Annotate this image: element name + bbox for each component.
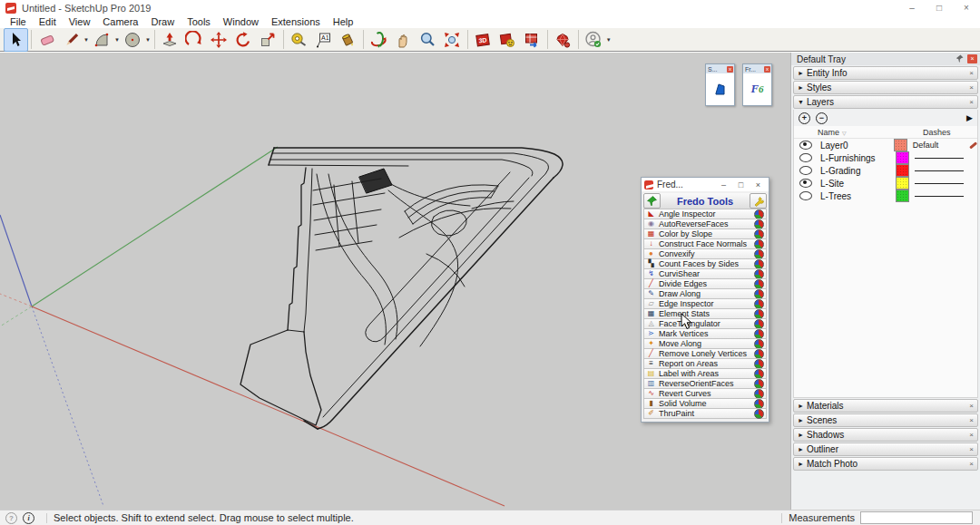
layers-column-headers[interactable]: Name▽ Dashes	[794, 126, 977, 139]
extension-warehouse-button[interactable]	[551, 28, 575, 52]
layer-row-l-site[interactable]: L-Site	[794, 177, 977, 190]
layer-dashes-cell[interactable]	[915, 170, 967, 171]
line-tool-button[interactable]	[59, 28, 83, 52]
layers-details-arrow-icon[interactable]: ▶	[966, 113, 973, 122]
orbit-tool-button[interactable]	[367, 28, 391, 52]
panel-layers-header[interactable]: ▼ Layers ×	[793, 95, 978, 109]
mini-toolbar-fredo[interactable]: Fr... x F6	[742, 63, 772, 106]
tape-measure-tool-button[interactable]	[287, 28, 311, 52]
panel-materials-close-icon[interactable]: ×	[969, 402, 974, 410]
edit-pencil-icon[interactable]	[969, 141, 976, 149]
layer-color-swatch[interactable]	[896, 151, 909, 164]
layer-row-l-trees[interactable]: L-Trees	[794, 190, 977, 202]
arc-tool-button[interactable]	[90, 28, 114, 52]
text-tool-button[interactable]: A1	[311, 28, 336, 52]
move-tool-button[interactable]	[207, 28, 231, 52]
layer-color-swatch[interactable]	[894, 139, 907, 151]
close-button[interactable]: ×	[953, 0, 980, 15]
panel-styles-close-icon[interactable]: ×	[969, 83, 974, 92]
fredo-close-button[interactable]: ×	[750, 180, 767, 190]
rotate-tool-button[interactable]	[231, 28, 256, 52]
panel-entity-info-close-icon[interactable]: ×	[969, 69, 974, 77]
maximize-button[interactable]: □	[926, 0, 953, 15]
menu-help[interactable]: Help	[327, 15, 360, 28]
layer-row-l-furnishings[interactable]: L-Furnishings	[794, 151, 977, 164]
follow-me-tool-button[interactable]	[182, 28, 207, 52]
zoom-tool-button[interactable]	[416, 28, 440, 52]
menu-window[interactable]: Window	[217, 15, 265, 28]
eye-visible-icon[interactable]	[799, 179, 812, 188]
pin-icon[interactable]	[956, 54, 964, 63]
panel-styles-header[interactable]: ►Styles×	[793, 81, 978, 94]
panel-layers-close-icon[interactable]: ×	[969, 98, 974, 106]
menu-camera[interactable]: Camera	[96, 15, 144, 28]
panel-materials-header[interactable]: ►Materials×	[793, 399, 978, 413]
line-tool-dropdown[interactable]: ▼	[83, 37, 89, 43]
panel-match-photo-header[interactable]: ►Match Photo×	[793, 457, 978, 471]
eye-hidden-icon[interactable]	[799, 153, 812, 162]
trimble-connect-button[interactable]	[520, 28, 544, 52]
paint-bucket-tool-button[interactable]	[336, 28, 360, 52]
fredo-minimize-button[interactable]: –	[715, 180, 732, 190]
select-tool-button[interactable]	[4, 28, 28, 52]
panel-scenes-close-icon[interactable]: ×	[969, 416, 974, 424]
layer-dashes-cell[interactable]	[915, 183, 967, 184]
mini-toolbar-fredo-titlebar[interactable]: Fr... x	[743, 64, 771, 73]
eye-hidden-icon[interactable]	[799, 166, 812, 175]
pan-tool-button[interactable]	[391, 28, 416, 52]
fredo-maximize-button[interactable]: □	[732, 180, 750, 190]
panel-outliner-header[interactable]: ►Outliner×	[793, 442, 978, 456]
eye-hidden-icon[interactable]	[799, 191, 812, 200]
panel-outliner-close-icon[interactable]: ×	[969, 445, 974, 453]
geolocation-help-icon[interactable]: ?	[5, 512, 17, 524]
filter-icon[interactable]: ▽	[842, 131, 847, 136]
push-pull-tool-button[interactable]	[158, 28, 182, 52]
eraser-tool-button[interactable]	[34, 28, 59, 52]
sign-in-button[interactable]	[582, 28, 606, 52]
fredo-palette-titlebar[interactable]: Fred... – □ ×	[642, 178, 769, 191]
fredo-pin-button[interactable]	[643, 193, 661, 209]
arc-tool-dropdown[interactable]: ▼	[114, 37, 120, 43]
layer-dashes-cell[interactable]	[915, 196, 967, 197]
fredo-tool-thrupaint[interactable]: ✐ThruPaint	[643, 408, 767, 419]
3d-warehouse-button[interactable]: 3D	[471, 28, 495, 52]
layer-dashes-cell[interactable]: Default	[913, 141, 964, 150]
panel-entity-info-header[interactable]: ►Entity Info×	[793, 66, 978, 80]
default-tray-close-button[interactable]: ×	[967, 54, 977, 63]
column-dashes-label[interactable]: Dashes	[894, 128, 951, 137]
layer-color-swatch[interactable]	[896, 190, 909, 202]
layer-row-layer0[interactable]: Layer0Default	[794, 139, 977, 151]
scale-tool-button[interactable]	[256, 28, 280, 52]
mini-toolbar-solid[interactable]: S... x	[705, 63, 735, 106]
add-layer-button[interactable]: +	[799, 112, 810, 124]
menu-edit[interactable]: Edit	[33, 15, 63, 28]
menu-view[interactable]: View	[63, 15, 97, 28]
circle-tool-button[interactable]	[121, 28, 145, 52]
sign-in-dropdown[interactable]: ▼	[606, 37, 612, 43]
zoom-extents-tool-button[interactable]	[440, 28, 465, 52]
share-model-button[interactable]	[495, 28, 520, 52]
remove-layer-button[interactable]: −	[816, 112, 828, 124]
mini-toolbar-fredo-close-button[interactable]: x	[764, 66, 770, 73]
fredo-settings-button[interactable]	[750, 193, 767, 209]
info-icon[interactable]: i	[23, 512, 34, 524]
eye-visible-icon[interactable]	[799, 141, 812, 150]
layer-color-swatch[interactable]	[896, 177, 909, 190]
fredo-tools-palette[interactable]: Fred... – □ × Fredo Tools ◣Angle Inspect…	[641, 177, 769, 423]
layer-dashes-cell[interactable]	[915, 158, 967, 159]
menu-file[interactable]: File	[4, 15, 33, 28]
model-viewport[interactable]: S... x Fr... x F6 Fred... – □ ×	[0, 53, 790, 510]
circle-tool-dropdown[interactable]: ▼	[145, 37, 151, 43]
column-name-label[interactable]: Name	[818, 128, 839, 137]
layer-color-swatch[interactable]	[896, 164, 909, 177]
mini-toolbar-solid-close-button[interactable]: x	[727, 66, 733, 73]
minimize-button[interactable]: –	[898, 0, 926, 15]
panel-scenes-header[interactable]: ►Scenes×	[793, 413, 978, 427]
menu-draw[interactable]: Draw	[144, 15, 181, 28]
panel-shadows-close-icon[interactable]: ×	[969, 431, 974, 439]
mini-toolbar-solid-titlebar[interactable]: S... x	[706, 64, 734, 73]
measurements-input[interactable]	[860, 511, 973, 524]
menu-extensions[interactable]: Extensions	[265, 15, 327, 28]
menu-tools[interactable]: Tools	[181, 15, 217, 28]
panel-shadows-header[interactable]: ►Shadows×	[793, 428, 978, 442]
